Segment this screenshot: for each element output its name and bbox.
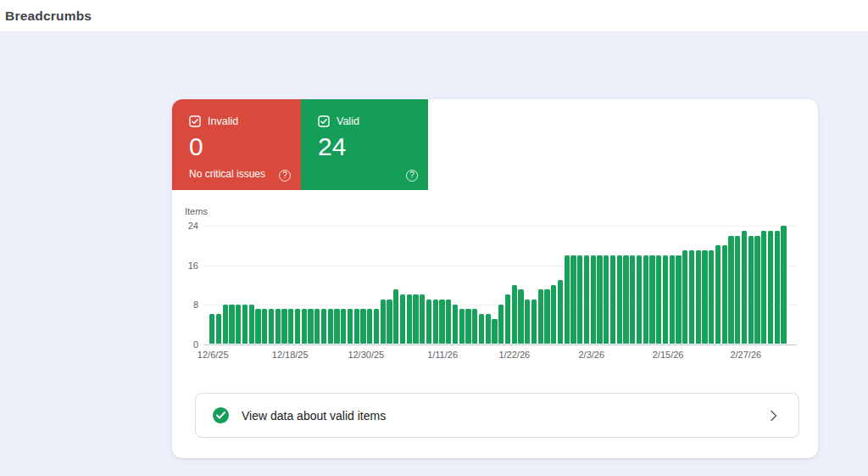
bar	[742, 231, 747, 344]
help-icon[interactable]: ?	[279, 170, 291, 182]
bar	[715, 245, 721, 344]
x-tick-label: 2/15/26	[653, 350, 684, 360]
bar	[754, 236, 760, 344]
bar	[768, 231, 773, 344]
x-tick-label: 12/30/25	[348, 350, 384, 360]
invalid-tile[interactable]: Invalid 0 No critical issues ?	[172, 99, 301, 190]
bar	[328, 309, 333, 344]
bar	[656, 255, 661, 344]
checkbox-checked-icon	[318, 115, 330, 127]
bar	[407, 294, 412, 344]
bar	[393, 289, 398, 344]
bar	[505, 294, 510, 344]
invalid-count: 0	[189, 134, 301, 160]
bar	[696, 250, 701, 344]
bar	[584, 255, 589, 344]
bar	[781, 226, 786, 344]
bar	[223, 305, 228, 344]
x-tick-label: 12/6/25	[198, 350, 229, 360]
bar	[413, 294, 418, 344]
bar	[512, 285, 517, 344]
bar	[374, 309, 379, 344]
x-tick-label: 2/3/26	[579, 350, 605, 360]
page: { "header": { "title": "Breadcrumbs" }, …	[0, 0, 868, 476]
y-tick-label: 0	[193, 339, 198, 350]
bar	[341, 309, 346, 344]
bar	[498, 305, 504, 344]
bar	[775, 231, 780, 344]
bar	[236, 305, 241, 344]
bar	[439, 300, 444, 344]
x-tick-label: 12/18/25	[272, 350, 309, 360]
bar	[565, 255, 570, 344]
bar	[617, 255, 622, 344]
bar	[722, 245, 727, 344]
invalid-label: Invalid	[208, 115, 238, 127]
bar	[531, 300, 537, 344]
bar	[295, 309, 300, 344]
bar-plot	[209, 226, 787, 344]
valid-tile-header: Valid	[318, 115, 428, 127]
bar	[643, 255, 648, 344]
bar	[302, 309, 307, 344]
x-tick-label: 2/27/26	[730, 350, 761, 360]
check-circle-icon	[213, 407, 229, 423]
valid-label: Valid	[337, 115, 359, 127]
bar	[748, 236, 754, 344]
x-axis-baseline	[203, 344, 797, 345]
bar	[334, 309, 339, 344]
bar	[281, 309, 287, 344]
bar	[538, 289, 543, 344]
bar	[682, 250, 687, 344]
bar	[465, 309, 470, 344]
bar	[728, 236, 733, 344]
bar	[446, 300, 451, 344]
bar	[426, 300, 431, 344]
bar	[420, 294, 425, 344]
bar	[387, 300, 392, 344]
bar	[597, 255, 602, 344]
bar	[663, 255, 668, 344]
bar	[459, 309, 465, 344]
bar	[670, 255, 675, 344]
chart-y-axis-title: Items	[185, 206, 208, 216]
bar	[676, 255, 681, 344]
bar	[551, 285, 556, 344]
bar	[689, 250, 694, 344]
page-title: Breadcrumbs	[5, 8, 92, 24]
bar	[486, 314, 491, 344]
bar	[577, 255, 582, 344]
bar	[761, 231, 766, 344]
x-tick-label: 1/11/26	[427, 350, 458, 360]
bar	[570, 255, 576, 344]
status-tiles: Invalid 0 No critical issues ? Valid 24 …	[172, 99, 818, 190]
bar	[269, 309, 274, 344]
bar	[472, 309, 477, 344]
bar	[249, 305, 254, 344]
checkbox-checked-icon	[189, 115, 201, 127]
bar	[479, 314, 484, 344]
bar	[321, 309, 326, 344]
report-card: Invalid 0 No critical issues ? Valid 24 …	[172, 99, 818, 458]
view-valid-items-row[interactable]: View data about valid items	[195, 393, 799, 438]
bar	[702, 250, 707, 344]
bar	[360, 309, 365, 344]
valid-tile[interactable]: Valid 24 ?	[301, 99, 428, 190]
bar	[544, 289, 549, 344]
y-tick-label: 8	[193, 300, 198, 310]
bar	[709, 250, 714, 344]
bar	[453, 305, 458, 344]
y-tick-label: 24	[188, 221, 198, 231]
bar	[649, 255, 654, 344]
bar	[275, 309, 281, 344]
chevron-right-icon	[770, 410, 778, 422]
bar	[381, 300, 386, 344]
chart-y-axis: 241680	[172, 226, 198, 344]
bar	[623, 255, 628, 344]
chart-plot-area	[203, 226, 797, 344]
bar	[604, 255, 609, 344]
help-icon[interactable]: ?	[406, 170, 418, 182]
bar	[610, 255, 615, 344]
bar	[262, 309, 267, 344]
bar	[209, 314, 214, 344]
